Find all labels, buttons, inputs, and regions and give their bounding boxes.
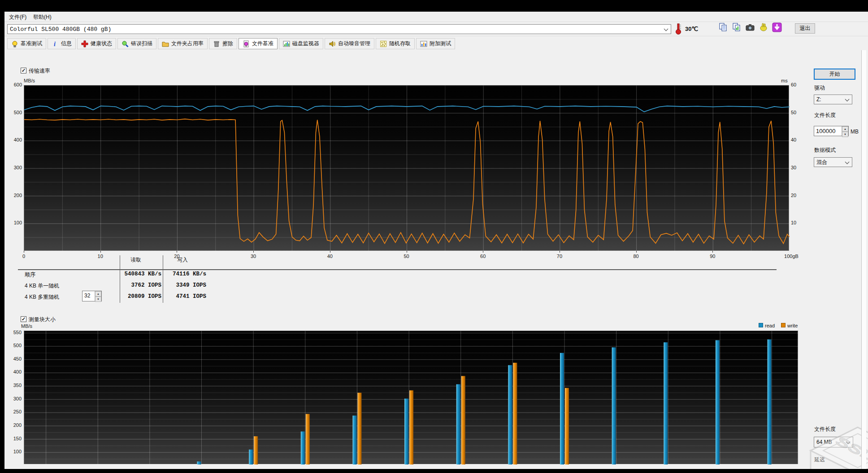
table-row-read-value: 540843 KB/s — [81, 271, 161, 277]
x-axis-tick: 80 — [627, 254, 645, 259]
tab-benchmark[interactable]: 基准测试 — [7, 38, 46, 49]
device-selector[interactable]: Colorful SL500 480GB (480 gB) — [7, 24, 671, 34]
queue-depth-arrows[interactable]: ▲▼ — [95, 291, 101, 301]
spin-down-icon[interactable]: ▼ — [842, 132, 848, 137]
tab-info[interactable]: i信息 — [48, 38, 76, 49]
tab-label: 健康状态 — [91, 40, 112, 47]
erase-icon — [213, 40, 220, 47]
camera-button[interactable] — [744, 22, 756, 34]
file-length-arrows[interactable]: ▲▼ — [842, 126, 848, 136]
exit-button[interactable]: 退出 — [795, 23, 815, 34]
tab-label: 自动噪音管理 — [338, 40, 370, 47]
svg-text:i: i — [54, 41, 56, 47]
save-icon — [772, 22, 782, 34]
table-row-write-value: 3349 IOPS — [165, 282, 206, 288]
y-left-unit-label: MB/s — [24, 78, 35, 83]
data-mode-label: 数据模式 — [814, 146, 836, 154]
x-axis-tick: 40 — [321, 254, 339, 259]
tab-health[interactable]: 健康状态 — [77, 38, 116, 49]
toolbar-separator — [4, 36, 868, 36]
y-axis-right-tick: 50 — [791, 110, 804, 115]
y-axis-tick-blocks: 150 — [4, 436, 22, 441]
table-row-read-value: 3762 IOPS — [81, 282, 161, 288]
spin-up-icon[interactable]: ▲ — [95, 291, 101, 297]
y-right-unit-label: ms — [781, 78, 788, 83]
file-length-label: 文件长度 — [814, 112, 836, 119]
temperature-readout: 30℃ — [685, 26, 698, 32]
read-bar — [716, 340, 720, 464]
tab-error-scan[interactable]: 错误扫描 — [117, 38, 156, 49]
tab-label: 错误扫描 — [131, 40, 152, 47]
x-axis-tickmark — [636, 251, 637, 253]
y-unit-label-2: MB/s — [21, 323, 32, 329]
write-bar — [254, 436, 258, 464]
write-bar — [409, 390, 413, 464]
y-axis-tick-blocks: 500 — [4, 343, 22, 348]
tab-erase[interactable]: 擦除 — [209, 38, 237, 49]
tab-disk-monitor[interactable]: 磁盘监视器 — [279, 38, 323, 49]
read-bar — [249, 450, 253, 464]
ssd-watermark: SSD — [806, 426, 868, 473]
transfer-rate-checkbox-label: 传输速率 — [29, 67, 50, 75]
thermometer-icon — [674, 22, 682, 35]
tab-extra-tests[interactable]: 附加测试 — [416, 38, 455, 49]
table-row-write-value: 74116 KB/s — [165, 271, 206, 277]
tab-label: 附加测试 — [430, 40, 451, 47]
info-icon: i — [52, 40, 59, 47]
y-axis-right-tick: 40 — [791, 137, 804, 142]
x-axis-end-tick: 100gB — [779, 254, 804, 259]
queue-depth-stepper[interactable]: 32 ▲▼ — [82, 291, 102, 301]
y-axis-right-tick: 30 — [791, 165, 804, 170]
block-size-checkbox[interactable]: ✓ — [21, 316, 26, 322]
menu-help[interactable]: 帮助(H) — [30, 13, 54, 22]
table-header-read: 读取 — [116, 256, 156, 264]
tab-folder-usage[interactable]: 文件夹占用率 — [158, 38, 208, 49]
tab-aam[interactable]: 自动噪音管理 — [325, 38, 374, 49]
save-button[interactable] — [771, 22, 783, 34]
x-axis-tickmark — [24, 251, 24, 253]
copy-image-icon — [732, 22, 742, 34]
camera-icon — [745, 22, 755, 34]
extra-tests-icon — [420, 40, 427, 47]
spin-up-icon[interactable]: ▲ — [842, 126, 848, 132]
legend-read-swatch-icon — [759, 323, 763, 327]
tab-file-benchmark[interactable]: 文件基准 — [239, 38, 278, 49]
tab-label: 文件夹占用率 — [171, 40, 204, 47]
tab-bar: 基准测试i信息健康状态错误扫描文件夹占用率擦除文件基准磁盘监视器自动噪音管理随机… — [7, 38, 455, 49]
x-axis-tick: 50 — [398, 254, 416, 259]
frame-bottom — [0, 469, 868, 473]
x-axis-tickmark — [712, 251, 713, 253]
y-axis-left-tick: 400 — [4, 137, 22, 142]
chevron-down-icon — [845, 159, 850, 164]
copy-image-button[interactable] — [731, 22, 742, 34]
spin-down-icon[interactable]: ▼ — [95, 297, 101, 302]
start-button[interactable]: 开始 — [814, 69, 855, 80]
y-axis-left-tick: 200 — [4, 193, 22, 198]
aam-icon — [329, 40, 336, 47]
quick-icons — [717, 22, 783, 34]
x-axis-tick: 70 — [551, 254, 569, 259]
donate-icon — [759, 22, 768, 34]
legend-write: write — [781, 323, 798, 328]
benchmark-icon — [11, 40, 18, 47]
transfer-rate-checkbox[interactable]: ✓ — [21, 68, 26, 73]
device-selector-value: Colorful SL500 480GB (480 gB) — [8, 26, 664, 33]
x-axis-tickmark — [253, 251, 254, 253]
file-length-unit: MB — [851, 129, 859, 135]
drive-label: 驱动 — [814, 84, 825, 92]
screen: { "window": { "menu": {"items": ["文件(F)"… — [0, 0, 868, 473]
y-axis-left-tick: 300 — [4, 165, 22, 170]
health-icon — [81, 40, 88, 47]
disk-monitor-icon — [283, 40, 290, 47]
drive-select[interactable]: Z: — [814, 95, 852, 104]
donate-button[interactable] — [758, 22, 769, 34]
y-axis-right-tick: 20 — [791, 193, 804, 198]
tab-random-access[interactable]: 随机存取 — [376, 38, 415, 49]
menu-file[interactable]: 文件(F) — [6, 13, 29, 22]
file-length-stepper[interactable]: 100000 ▲▼ — [814, 126, 849, 136]
copy-text-button[interactable] — [717, 22, 729, 34]
data-mode-select[interactable]: 混合 — [814, 157, 852, 167]
y-axis-left-tick: 100 — [4, 220, 22, 225]
tab-label: 基准测试 — [21, 40, 42, 47]
window-edge-strip — [861, 50, 866, 469]
